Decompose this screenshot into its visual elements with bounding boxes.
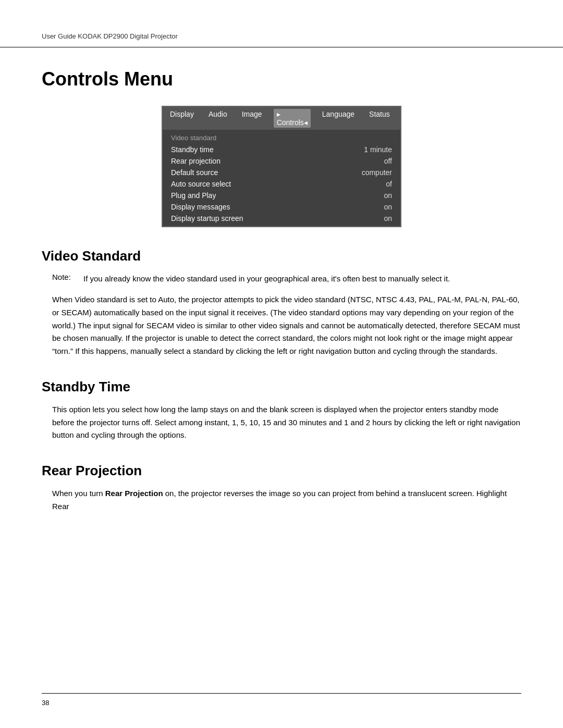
main-content: Controls Menu Display Audio Image ▸ Cont…: [0, 47, 563, 553]
standby-time-paragraph: This option lets you select how long the…: [52, 403, 521, 442]
menu-label-rear: Rear projection: [171, 157, 221, 165]
menu-item-language[interactable]: Language: [319, 109, 358, 128]
video-standard-paragraph: When Video standard is set to Auto, the …: [52, 293, 521, 358]
menu-row-display-startup[interactable]: Display startup screen on: [163, 213, 400, 224]
menu-label-standby: Standby time: [171, 145, 214, 154]
menu-box: Display Audio Image ▸ Controls◂ Language…: [162, 106, 401, 227]
menu-value-standby: 1 minute: [364, 145, 392, 154]
menu-item-status[interactable]: Status: [366, 109, 393, 128]
menu-value-rear: off: [384, 157, 392, 165]
menu-value-display-startup: on: [384, 214, 392, 223]
menu-item-display[interactable]: Display: [167, 109, 197, 128]
menu-row-rear[interactable]: Rear projection off: [163, 155, 400, 167]
note-text: If you already know the video standard u…: [83, 273, 450, 285]
menu-body: Video standard Standby time 1 minute Rea…: [163, 130, 400, 226]
section-heading-video-standard: Video Standard: [42, 248, 521, 264]
menu-value-display-messages: on: [384, 203, 392, 211]
menu-value-plug-play: on: [384, 191, 392, 200]
menu-row-standby[interactable]: Standby time 1 minute: [163, 144, 400, 155]
note-block: Note: If you already know the video stan…: [52, 273, 521, 285]
menu-item-controls[interactable]: ▸ Controls◂: [274, 109, 311, 128]
footer-page-number: 38: [42, 699, 49, 707]
menu-label-display-messages: Display messages: [171, 203, 230, 211]
menu-value-auto-source: of: [386, 180, 392, 188]
menu-label-plug-play: Plug and Play: [171, 191, 216, 200]
menu-top-bar: Display Audio Image ▸ Controls◂ Language…: [163, 107, 400, 130]
menu-label-auto-source: Auto source select: [171, 180, 231, 188]
menu-label-default-source: Default source: [171, 168, 218, 177]
menu-row-auto-source[interactable]: Auto source select of: [163, 178, 400, 190]
page-container: User Guide KODAK DP2900 Digital Projecto…: [0, 0, 563, 728]
header-text: User Guide KODAK DP2900 Digital Projecto…: [42, 32, 178, 40]
menu-value-default-source: computer: [362, 168, 392, 177]
menu-row-default-source[interactable]: Default source computer: [163, 167, 400, 178]
header-bar: User Guide KODAK DP2900 Digital Projecto…: [0, 0, 563, 47]
rear-projection-paragraph: When you turn Rear Projection on, the pr…: [52, 487, 521, 513]
menu-screenshot: Display Audio Image ▸ Controls◂ Language…: [42, 106, 521, 227]
section-heading-standby-time: Standby Time: [42, 379, 521, 395]
menu-item-image[interactable]: Image: [239, 109, 265, 128]
note-label: Note:: [52, 273, 83, 285]
menu-label-display-startup: Display startup screen: [171, 214, 243, 223]
menu-row-plug-play[interactable]: Plug and Play on: [163, 190, 400, 201]
page-title: Controls Menu: [42, 68, 521, 90]
menu-item-audio[interactable]: Audio: [205, 109, 230, 128]
menu-section-title: Video standard: [163, 132, 400, 144]
section-heading-rear-projection: Rear Projection: [42, 463, 521, 479]
footer: 38: [42, 693, 521, 707]
rear-projection-bold: Rear Projection: [105, 489, 163, 498]
menu-item-kodak[interactable]: Kodak: [401, 109, 429, 128]
menu-row-display-messages[interactable]: Display messages on: [163, 201, 400, 213]
